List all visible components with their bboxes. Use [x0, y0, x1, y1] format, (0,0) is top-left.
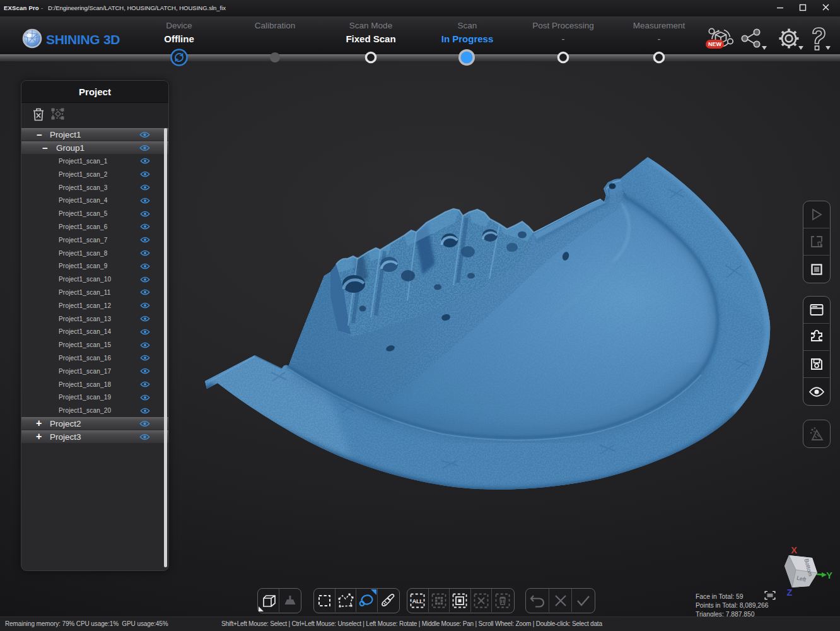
svg-text:SHINING 3D: SHINING 3D — [46, 32, 120, 47]
svg-text:Z: Z — [787, 587, 793, 598]
svg-text:ALL: ALL — [412, 597, 424, 604]
svg-text:Y: Y — [826, 570, 832, 581]
svg-text:X: X — [791, 545, 797, 555]
